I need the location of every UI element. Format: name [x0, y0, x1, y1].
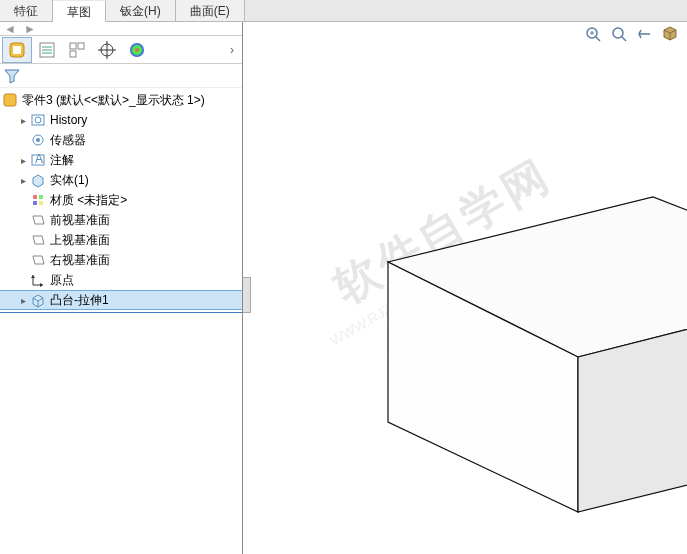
property-manager-tab[interactable] — [32, 37, 62, 63]
render-tab[interactable] — [122, 37, 152, 63]
tab-feature[interactable]: 特征 — [0, 0, 53, 21]
svg-rect-23 — [39, 201, 43, 205]
svg-text:A: A — [35, 152, 43, 166]
extrude-icon — [30, 292, 46, 308]
crosshair-icon — [98, 41, 116, 59]
svg-rect-1 — [13, 46, 21, 54]
expander-icon[interactable]: ▸ — [18, 175, 28, 185]
feature-manager-panel: ◄ ► › — [0, 22, 243, 554]
feature-tree-tab[interactable] — [2, 37, 32, 63]
svg-rect-8 — [70, 51, 76, 57]
tree-front-plane[interactable]: 前视基准面 — [0, 210, 242, 230]
panel-collapse-right-icon[interactable]: ► — [24, 22, 36, 36]
svg-marker-26 — [31, 275, 35, 278]
tree-root-part[interactable]: 零件3 (默认<<默认>_显示状态 1>) — [0, 90, 242, 110]
plane-icon — [30, 252, 46, 268]
svg-point-15 — [35, 117, 41, 123]
tree-material[interactable]: 材质 <未指定> — [0, 190, 242, 210]
solidbody-icon — [30, 172, 46, 188]
panel-nav-arrows: ◄ ► — [0, 22, 242, 36]
origin-icon — [30, 272, 46, 288]
tree-right-plane[interactable]: 右视基准面 — [0, 250, 242, 270]
tree-solidbody-label: 实体(1) — [50, 172, 89, 189]
svg-point-12 — [130, 43, 144, 57]
tree-extrude-feature[interactable]: ▸ 凸台-拉伸1 — [0, 290, 242, 310]
tree-root-label: 零件3 (默认<<默认>_显示状态 1>) — [22, 92, 205, 109]
config-manager-tab[interactable] — [62, 37, 92, 63]
tree-top-plane[interactable]: 上视基准面 — [0, 230, 242, 250]
tree-right-plane-label: 右视基准面 — [50, 252, 110, 269]
svg-rect-6 — [70, 43, 76, 49]
part-icon — [2, 92, 18, 108]
top-tab-bar: 特征 草图 钣金(H) 曲面(E) — [0, 0, 687, 22]
svg-rect-22 — [33, 201, 37, 205]
sensors-icon — [30, 132, 46, 148]
tree-origin-label: 原点 — [50, 272, 74, 289]
expander-icon[interactable]: ▸ — [18, 115, 28, 125]
tree-extrude-label: 凸台-拉伸1 — [50, 292, 109, 309]
property-manager-icon — [38, 41, 56, 59]
panel-splitter[interactable] — [243, 277, 251, 313]
tree-front-plane-label: 前视基准面 — [50, 212, 110, 229]
history-icon — [30, 112, 46, 128]
tree-solidbody[interactable]: ▸ 实体(1) — [0, 170, 242, 190]
dimxpert-tab[interactable] — [92, 37, 122, 63]
material-icon — [30, 192, 46, 208]
filter-icon[interactable] — [4, 68, 20, 84]
tree-top-plane-label: 上视基准面 — [50, 232, 110, 249]
annotations-icon: A — [30, 152, 46, 168]
expander-icon[interactable]: ▸ — [18, 295, 28, 305]
tree-sensors[interactable]: 传感器 — [0, 130, 242, 150]
expander-icon[interactable]: ▸ — [18, 155, 28, 165]
tree-history[interactable]: ▸ History — [0, 110, 242, 130]
graphics-view[interactable]: 软件自学网 WWW.RJZXW.COM ✶ — [243, 22, 687, 554]
model-3d-view: ✶ — [243, 22, 687, 554]
tree-material-label: 材质 <未指定> — [50, 192, 127, 209]
svg-rect-21 — [39, 195, 43, 199]
tree-annotations[interactable]: ▸ A 注解 — [0, 150, 242, 170]
plane-icon — [30, 232, 46, 248]
feature-tree[interactable]: 零件3 (默认<<默认>_显示状态 1>) ▸ History 传感器 ▸ A … — [0, 88, 242, 554]
plane-icon — [30, 212, 46, 228]
tree-history-label: History — [50, 113, 87, 127]
tree-sensors-label: 传感器 — [50, 132, 86, 149]
tabs-overflow-icon[interactable]: › — [224, 43, 240, 57]
tab-surface[interactable]: 曲面(E) — [176, 0, 245, 21]
svg-rect-7 — [78, 43, 84, 49]
panel-collapse-left-icon[interactable]: ◄ — [4, 22, 16, 36]
svg-point-17 — [36, 138, 40, 142]
tab-sheetmetal[interactable]: 钣金(H) — [106, 0, 176, 21]
tree-origin[interactable]: 原点 — [0, 270, 242, 290]
svg-rect-20 — [33, 195, 37, 199]
tree-manager-tabs: › — [0, 36, 242, 64]
tab-sketch[interactable]: 草图 — [53, 1, 106, 22]
tree-filter-row — [0, 64, 242, 88]
svg-marker-27 — [40, 283, 43, 287]
feature-tree-icon — [8, 41, 26, 59]
tree-annotations-label: 注解 — [50, 152, 74, 169]
svg-rect-13 — [4, 94, 16, 106]
config-manager-icon — [68, 41, 86, 59]
appearance-icon — [128, 41, 146, 59]
